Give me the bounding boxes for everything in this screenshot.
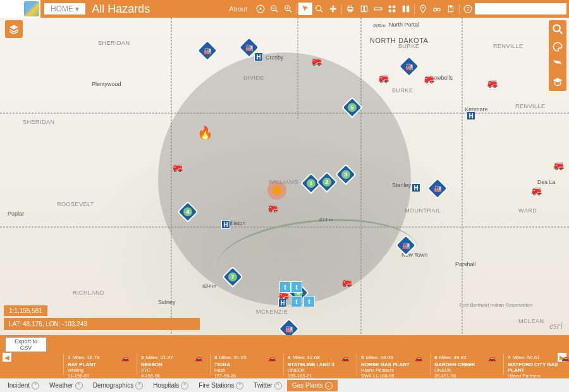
play-icon[interactable] <box>254 3 267 15</box>
twitter-marker[interactable]: t <box>303 296 315 307</box>
result-card[interactable]: 4Miles: 42.08🚗STATELINE I AND IIONEOK155… <box>283 353 352 376</box>
gas-plant-pin-4[interactable]: 4 <box>180 204 195 222</box>
page-title: All Hazards <box>92 3 150 16</box>
twitter-marker[interactable]: t <box>291 281 302 293</box>
county-label: MCKENZIE <box>256 309 288 315</box>
hospital-marker[interactable]: H <box>254 52 263 61</box>
result-card[interactable]: 3Miles: 31.25🚗TIOGAHess157-95-26 <box>210 353 278 376</box>
gas-plant-pin-5[interactable]: 5 <box>345 100 360 118</box>
car-icon: 🚗 <box>561 355 569 362</box>
svg-rect-17 <box>393 9 395 12</box>
svg-rect-15 <box>393 6 395 8</box>
svg-rect-16 <box>389 9 391 12</box>
city-label: Parshall <box>455 261 476 267</box>
svg-point-21 <box>434 8 437 11</box>
esri-attribution: esri <box>549 321 563 331</box>
fire-station-marker[interactable]: 🚒 <box>424 73 434 83</box>
fire-station-marker[interactable]: 🚒 <box>311 56 322 66</box>
facility-pin[interactable]: 🏭 <box>281 321 297 335</box>
right-toolbar <box>549 20 566 91</box>
home-menu-button[interactable]: HOME ▾ <box>44 3 85 15</box>
education-icon[interactable] <box>551 76 564 89</box>
facility-pin[interactable]: 🏭 <box>401 59 417 77</box>
gas-plant-pin-2[interactable]: 2 <box>319 175 334 192</box>
grid-icon[interactable] <box>385 3 399 15</box>
gas-plant-pin-7[interactable]: 7 <box>225 269 240 287</box>
chevron-icon: ⌃ <box>236 382 243 389</box>
fire-station-marker[interactable]: 🚒 <box>487 78 498 88</box>
result-card[interactable]: 1Miles: 16.78🚗RAY PLANTWhiting11-156-97 <box>63 353 132 376</box>
hospital-marker[interactable]: H <box>467 111 475 120</box>
print-icon[interactable] <box>343 3 357 15</box>
svg-rect-14 <box>389 6 391 8</box>
tab-fire-stations[interactable]: Fire Stations⌃ <box>193 380 248 391</box>
contour-label: 606m <box>373 23 386 28</box>
map-canvas[interactable]: NORTH DAKOTA SHERIDAN DIVIDE BURKE BURKE… <box>0 18 569 335</box>
fire-station-marker[interactable]: 🚒 <box>378 73 389 83</box>
svg-point-26 <box>553 25 560 32</box>
tab-twitter[interactable]: Twitter⌃ <box>248 380 286 391</box>
search-input[interactable] <box>475 3 566 15</box>
result-card[interactable]: 2Miles: 21.87🚗NESSONXTO4-156-96 <box>137 353 205 376</box>
map-coordinates: LAT: 48.176, LON: -103.243 <box>4 318 200 330</box>
fire-station-marker[interactable]: 🚒 <box>341 277 352 287</box>
map-scale: 1:1,155,581 <box>4 305 47 316</box>
result-card[interactable]: 6Miles: 49.82🚗GARDEN CREEKONEOK35-151-98 <box>430 353 498 376</box>
county-label: RICHLAND <box>73 290 104 296</box>
county-label: BURKE <box>398 43 420 49</box>
county-label: RENVILLE <box>493 43 523 49</box>
tab-incident[interactable]: Incident⌃ <box>3 380 44 391</box>
pointer-icon[interactable] <box>298 3 312 15</box>
palette-icon[interactable] <box>551 40 564 53</box>
result-card[interactable]: 7Miles: 50.61🚗WATFORD CITY GAS PLANTHila… <box>503 353 569 376</box>
city-label: Poplar <box>8 211 24 217</box>
about-link[interactable]: About <box>229 5 247 13</box>
svg-point-20 <box>422 7 424 8</box>
svg-rect-13 <box>374 8 382 10</box>
tab-gas-plants[interactable]: Gas Plants⌄ <box>287 380 338 391</box>
fire-station-marker[interactable]: 🚒 <box>172 162 183 172</box>
layers-button[interactable] <box>5 20 23 38</box>
hospital-marker[interactable]: H <box>221 220 230 229</box>
result-card[interactable]: 5Miles: 49.08🚗NORSE GAS PLANTHiland Part… <box>357 353 425 376</box>
search-panel-icon[interactable] <box>551 23 564 35</box>
fire-station-marker[interactable]: 🚒 <box>531 185 542 195</box>
zoom-in-icon[interactable] <box>281 3 295 15</box>
hospital-marker[interactable]: H <box>412 183 420 192</box>
tab-demographics[interactable]: Demographics⌃ <box>88 380 148 391</box>
city-label: Plentywood <box>92 81 121 87</box>
export-csv-button[interactable]: Export to CSV <box>5 337 47 352</box>
pan-icon[interactable] <box>326 3 340 15</box>
share-icon[interactable] <box>444 3 458 15</box>
tab-weather[interactable]: Weather⌃ <box>44 380 88 391</box>
ruler-icon[interactable] <box>371 3 385 15</box>
results-panel: Export to CSV ◀ ▶ 1Miles: 16.78🚗RAY PLAN… <box>0 335 569 378</box>
location-pin-icon[interactable] <box>416 3 430 15</box>
hospital-marker[interactable]: H <box>278 298 287 307</box>
gas-plant-pin-1[interactable]: 1 <box>303 176 319 193</box>
help-icon[interactable]: ? <box>461 3 475 15</box>
city-label: Crosby <box>266 54 284 61</box>
fire-station-marker[interactable]: 🚒 <box>553 160 564 170</box>
twitter-marker[interactable]: t <box>279 281 291 293</box>
county-label: ROOSEVELT <box>57 201 94 207</box>
gas-plant-pin-3[interactable]: 3 <box>338 167 353 185</box>
svg-line-5 <box>290 10 292 13</box>
list-icon[interactable] <box>399 3 413 15</box>
fire-station-marker[interactable]: 🚒 <box>267 202 278 212</box>
svg-point-22 <box>437 8 441 11</box>
book-icon[interactable] <box>357 3 371 15</box>
car-icon: 🚗 <box>488 355 496 362</box>
binoculars-icon[interactable] <box>430 3 444 15</box>
twitter-marker[interactable]: t <box>291 296 302 307</box>
zoom-extent-icon[interactable] <box>312 3 326 15</box>
hurricane-icon[interactable] <box>551 58 564 71</box>
zoom-out-icon[interactable] <box>267 3 281 15</box>
svg-line-9 <box>321 10 323 13</box>
facility-pin[interactable]: 🏭 <box>398 238 413 255</box>
facility-pin[interactable]: 🏭 <box>430 181 445 199</box>
contour-label: 611 m <box>319 217 333 223</box>
svg-point-8 <box>316 6 321 11</box>
facility-pin[interactable]: 🏭 <box>200 43 215 61</box>
tab-hospitals[interactable]: Hospitals⌃ <box>148 380 193 391</box>
